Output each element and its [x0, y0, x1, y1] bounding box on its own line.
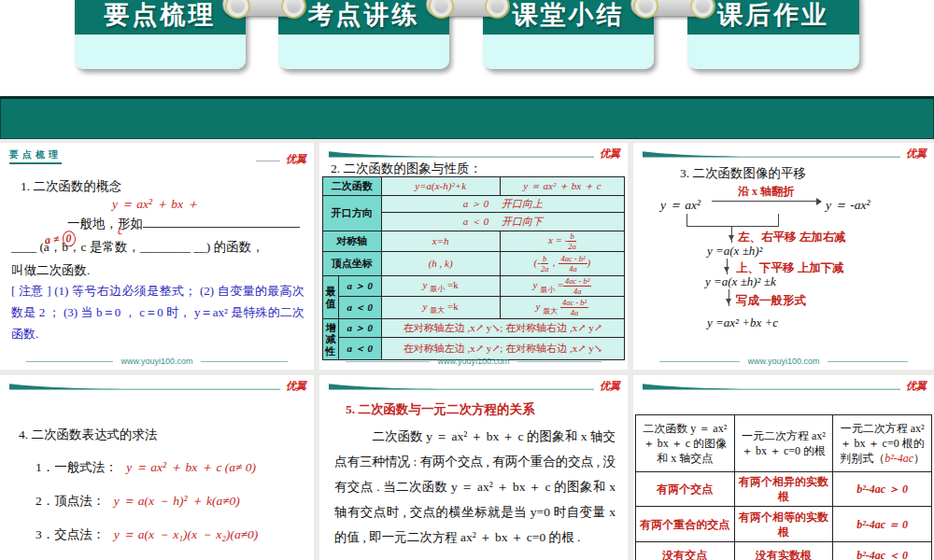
- header-swoosh-icon: [329, 148, 594, 158]
- flip-label: 沿 x 轴翻折: [712, 184, 820, 202]
- tab-class-summary-top: 课堂小结: [483, 0, 654, 35]
- fraction-denominator: 2a: [568, 242, 576, 250]
- table-row: 对称轴 x=h x = -b2a: [323, 231, 625, 252]
- flip-arrow: 沿 x 轴翻折: [712, 184, 820, 202]
- panel-header: 优翼: [329, 381, 620, 391]
- down-arrow-icon: [731, 226, 732, 243]
- fraction-numerator: b: [568, 232, 576, 242]
- cell: a ＞ 0 开口向上: [381, 196, 624, 213]
- properties-table: 二次函数 y=a(x-h)²+k y ＝ ax² ＋ bx ＋ c 开口方向 a…: [322, 176, 625, 360]
- panel-header: 优翼: [9, 381, 306, 391]
- panel-header: 要点梳理 优翼: [9, 148, 306, 164]
- tab-label: 课后作业: [717, 0, 829, 35]
- row-label: 开口方向: [323, 196, 382, 231]
- cell: 有两个相等的实数根: [734, 507, 833, 542]
- slide-panel-equation-relation: 优翼 5. 二次函数与一元二次方程的关系 二次函数 y ＝ ax² ＋ bx ＋…: [319, 375, 628, 560]
- tab-homework[interactable]: 课后作业: [687, 0, 859, 69]
- cell: x = -b2a: [500, 231, 624, 252]
- formula-text: y: [423, 279, 428, 290]
- footer-line: [517, 361, 601, 362]
- formula-text: ): [587, 257, 591, 268]
- table-header-row: 二次函数 y ＝ ax² ＋ bx ＋ c 的图像和 x 轴交点 一元二次方程 …: [636, 415, 932, 472]
- cell: 有两个相异的实数根: [734, 472, 833, 507]
- handwritten-answer-formula: y ＝ ax² ＋ bx ＋: [112, 196, 199, 213]
- formula-text: =k: [447, 279, 459, 290]
- fraction-denominator: 4a: [563, 287, 591, 295]
- formula-text: (-: [534, 257, 541, 268]
- row-label: 顶点坐标: [323, 252, 382, 276]
- formula-vertex-h: y =a(x ±h)²: [707, 244, 763, 259]
- cell: b²-4ac ＞ 0: [833, 472, 932, 507]
- footer-url: www.youyi100.com: [120, 357, 192, 366]
- header-swoosh-icon: [329, 381, 594, 390]
- panel-header-label: 要点梳理: [9, 148, 62, 164]
- tab-exam-practice-bottom: [278, 35, 449, 69]
- tab-key-points[interactable]: 要点梳理: [75, 0, 246, 69]
- footer-line: [659, 361, 740, 362]
- cell: (-b2a，4ac - b²4a): [500, 252, 624, 276]
- method-label: 2．顶点法：: [35, 494, 105, 508]
- tab-exam-practice[interactable]: 考点讲练: [278, 0, 449, 69]
- panel-header: 优翼: [643, 148, 927, 159]
- lead-text: 一般地，形如: [67, 217, 143, 231]
- header-swoosh-icon: [643, 381, 900, 390]
- method-item: 3．交点法： y ＝ a(x － x₁)(x － x₂)(a≠0): [35, 526, 258, 543]
- body-text: 二次函数 y ＝ ax² ＋ bx ＋ c 的图象和 x 轴交点有三种情况 : …: [334, 424, 616, 550]
- condition-label: a ＞ 0: [339, 319, 381, 338]
- row-label: 增减性: [323, 319, 339, 360]
- table-row: 二次函数 y=a(x-h)²+k y ＝ ax² ＋ bx ＋ c: [323, 177, 625, 196]
- panel-title: 4. 二次函数表达式的求法: [19, 427, 158, 443]
- method-formula: y ＝ ax² ＋ bx ＋ c (a≠ 0): [126, 460, 256, 474]
- formula-text: y: [532, 279, 537, 290]
- condition-label: a ＜ 0: [339, 297, 381, 319]
- cell: 有两个重合的交点: [636, 507, 735, 542]
- cell: 在对称轴左边 ,x↗ y↘; 在对称轴右边 ,x↗ y↗: [381, 319, 624, 338]
- header-swoosh-icon: [9, 381, 280, 390]
- panel-title: 3. 二次函数图像的平移: [680, 165, 806, 182]
- youyi-logo: 优翼: [600, 381, 620, 391]
- fraction-denominator: 4a: [560, 308, 588, 316]
- tab-class-summary-bottom: [483, 35, 654, 69]
- footer-line: [201, 361, 288, 362]
- panel-footer: www.youyi100.com: [346, 357, 601, 366]
- formula-y-ax2: y ＝ ax²: [660, 197, 700, 214]
- column-header: 二次函数 y ＝ ax² ＋ bx ＋ c 的图像和 x 轴交点: [636, 415, 735, 472]
- down-arrow-icon: [727, 259, 728, 274]
- fraction: 4ac - b²4a: [559, 255, 587, 273]
- footer-url: www.youyi100.com: [747, 357, 819, 366]
- properties-table-wrap: 二次函数 y=a(x-h)²+k y ＝ ax² ＋ bx ＋ c 开口方向 a…: [322, 176, 625, 360]
- tab-label: 考点讲练: [308, 0, 420, 35]
- fraction-numerator: 4ac - b²: [560, 299, 588, 308]
- youyi-logo: 优翼: [906, 381, 927, 391]
- panel-title: 2. 二次函数的图象与性质：: [331, 161, 482, 177]
- footer-line: [26, 361, 113, 362]
- formula-text: y: [536, 301, 541, 312]
- fraction: b2a: [568, 232, 576, 251]
- discriminant-table-wrap: 二次函数 y ＝ ax² ＋ bx ＋ c 的图像和 x 轴交点 一元二次方程 …: [635, 414, 932, 560]
- tab-class-summary[interactable]: 课堂小结: [483, 0, 654, 69]
- bracket-shape: [686, 214, 779, 227]
- subscript: 最大: [430, 306, 445, 315]
- discriminant-table: 二次函数 y ＝ ax² ＋ bx ＋ c 的图像和 x 轴交点 一元二次方程 …: [635, 414, 932, 560]
- subscript: 最小: [540, 285, 555, 293]
- table-row: 最值 a ＞ 0 y 最小 =k y 最小 =4ac - b²4a: [323, 276, 625, 297]
- handwritten-answer-c: c: [118, 223, 123, 238]
- fraction: 4ac - b²4a: [560, 299, 588, 317]
- tab-label: 课堂小结: [513, 0, 625, 35]
- table-row: 有两个重合的交点 有两个相等的实数根 b²-4ac ＝ 0: [636, 507, 932, 542]
- formula-text: x = -: [548, 234, 568, 245]
- formula-text: =k: [447, 301, 459, 312]
- formula-vertex-hk: y =a(x ±h)² ±k: [705, 274, 776, 289]
- panel-header: 优翼: [329, 148, 620, 159]
- footer-line: [828, 361, 908, 362]
- note-text: [ 注意 ] (1) 等号右边必须是整式； (2) 自变量的最高次数是 2 ； …: [11, 281, 304, 344]
- slide-handout-page: 要点梳理 考点讲练 课堂小结 课后作业: [0, 0, 934, 560]
- table-row: 开口方向 a ＞ 0 开口向上: [323, 196, 625, 213]
- tab-label: 要点梳理: [105, 0, 217, 35]
- row-label: 最值: [323, 276, 339, 319]
- method-item: 1．一般式法： y ＝ ax² ＋ bx ＋ c (a≠ 0): [35, 459, 256, 476]
- annotation-text: a ≠: [45, 232, 61, 246]
- fraction-denominator: 4a: [559, 264, 587, 273]
- table-row: 顶点坐标 (h , k) (-b2a，4ac - b²4a): [323, 252, 625, 276]
- fraction-numerator: 4ac - b²: [563, 277, 591, 287]
